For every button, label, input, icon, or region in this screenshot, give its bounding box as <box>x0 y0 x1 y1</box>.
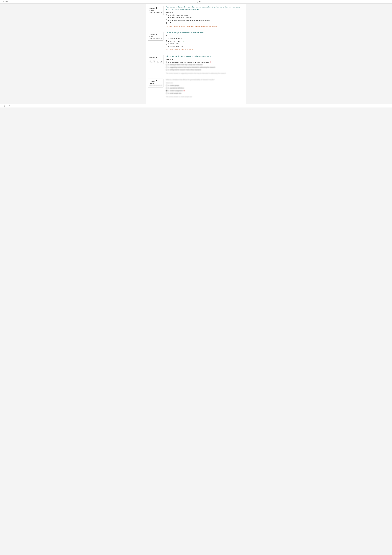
option-radio-q6-b[interactable] <box>166 64 167 66</box>
question-block-q7: Question 7IncorrectMark 0.00 out of 6.25… <box>148 79 244 98</box>
option-text-q6-d: d. writing that the research meets ethic… <box>168 69 201 71</box>
option-radio-q7-a[interactable] <box>166 85 167 86</box>
option-text-q4-a: a. smoking causes lung cancer <box>168 14 188 16</box>
option-text-q5-c: c. between 0 and +1 <box>168 43 181 44</box>
question-block-q6: Question 6IncorrectMark 0.00 out of 6.25… <box>148 55 244 74</box>
question-number-label-q6: Question 6 <box>150 56 162 59</box>
option-text-q6-a: a. conducting his or her own research in… <box>168 61 209 63</box>
option-radio-q4-b[interactable] <box>166 17 167 18</box>
option-text-q7-c: c. random assignment <box>168 90 183 92</box>
question-content-q7: What is a limitation that affects the ge… <box>166 79 244 98</box>
question-sidebar-q6: Question 6IncorrectMark 0.00 out of 6.25 <box>148 55 164 64</box>
option-item-q7-d[interactable]: d. small sample size <box>166 92 244 94</box>
option-radio-q5-b[interactable] <box>166 40 167 42</box>
option-item-q4-b[interactable]: b. smoking contributes to lung cancer <box>166 17 244 18</box>
question-number-label-q7: Question 7 <box>150 80 162 82</box>
question-sidebar-q5: Question 5CorrectMark 6.25 out of 6.25 <box>148 32 164 41</box>
option-text-q6-c: c. suggesting revisions that may be inte… <box>168 66 215 68</box>
question-status-q4: Correct <box>150 10 162 12</box>
correct-answer-notice-q6: The correct answer is: suggesting revisi… <box>166 73 244 74</box>
options-list-q6: a. conducting his or her own research in… <box>166 61 244 71</box>
correct-check-icon: ✔ <box>207 22 208 24</box>
question-mark-q6: Mark 0.00 out of 6.25 <box>150 61 162 63</box>
option-item-q7-b[interactable]: b. operational definitions <box>166 87 244 89</box>
footer-left[interactable]: ◄ Question 3 <box>2 105 10 107</box>
question-number-label-q5: Question 5 <box>150 33 162 35</box>
option-radio-q7-c[interactable] <box>166 90 167 91</box>
select-label-q5: Select one: <box>166 35 244 37</box>
option-radio-q7-b[interactable] <box>166 87 167 89</box>
page-header: 7/26/2019 Quiz 1 <box>0 0 392 4</box>
option-radio-q4-a[interactable] <box>166 14 167 16</box>
option-item-q4-c[interactable]: c. there is a predisposition toward both… <box>166 19 244 21</box>
correct-answer-notice-q4: The correct answer is: there is a relati… <box>166 25 244 27</box>
option-item-q4-a[interactable]: a. smoking causes lung cancer <box>166 14 244 16</box>
option-text-q5-d: d. between 0 and +100 <box>168 45 183 47</box>
question-status-q5: Correct <box>150 36 162 37</box>
page-title: Quiz 1 <box>8 1 390 3</box>
question-content-q6: What is one task that a peer reviewer is… <box>166 55 244 74</box>
question-status-q6: Incorrect <box>150 59 162 61</box>
option-text-q5-b: b. between −1 and +1 <box>168 40 182 42</box>
question-text-q4: Research shows that people who smoke cig… <box>166 6 244 10</box>
question-mark-q4: Mark 6.25 out of 6.25 <box>150 12 162 14</box>
question-number-label-q4: Question 4 <box>150 7 162 9</box>
question-block-q4: Question 4CorrectMark 6.25 out of 6.25Re… <box>148 6 244 27</box>
option-radio-q6-d[interactable] <box>166 69 167 71</box>
options-list-q7: a. control groupsb. operational definiti… <box>166 85 244 94</box>
option-item-q6-d[interactable]: d. writing that the research meets ethic… <box>166 69 244 71</box>
option-radio-q4-d[interactable] <box>166 22 167 24</box>
question-text-q7: What is a limitation that affects the ge… <box>166 79 244 81</box>
option-radio-q5-d[interactable] <box>166 46 167 47</box>
header-date: 7/26/2019 <box>2 1 8 3</box>
wrong-cross-icon: ✖ <box>184 90 185 92</box>
main-container: Question 4CorrectMark 6.25 out of 6.25Re… <box>146 4 246 104</box>
option-item-q5-d[interactable]: d. between 0 and +100 <box>166 45 244 47</box>
option-item-q6-c[interactable]: c. suggesting revisions that may be inte… <box>166 66 244 68</box>
option-radio-q6-c[interactable] <box>166 66 167 68</box>
option-text-q4-c: c. there is a predisposition toward both… <box>168 19 210 21</box>
options-list-q4: a. smoking causes lung cancerb. smoking … <box>166 14 244 24</box>
question-sidebar-q7: Question 7IncorrectMark 0.00 out of 6.25 <box>148 79 164 88</box>
options-list-q5: a. between −1 and 0b. between −1 and +1 … <box>166 38 244 47</box>
select-label-q4: Select one: <box>166 12 244 13</box>
option-text-q5-a: a. between −1 and 0 <box>168 38 181 39</box>
option-item-q5-a[interactable]: a. between −1 and 0 <box>166 38 244 39</box>
option-text-q4-b: b. smoking contributes to lung cancer <box>168 17 192 18</box>
option-item-q6-b[interactable]: b. looking for flaws in the way a study … <box>166 64 244 66</box>
option-radio-q6-a[interactable] <box>166 61 167 63</box>
question-mark-q5: Mark 6.25 out of 6.25 <box>150 38 162 39</box>
option-radio-q7-d[interactable] <box>166 93 167 94</box>
question-text-q6: What is one task that a peer reviewer is… <box>166 55 244 58</box>
option-text-q4-d: d. there is a relationship between smoki… <box>168 22 206 24</box>
option-item-q6-a[interactable]: a. conducting his or her own research in… <box>166 61 244 63</box>
option-text-q7-d: d. small sample size <box>168 92 181 94</box>
correct-check-icon: ✔ <box>183 40 185 42</box>
page-footer: ◄ Question 3 ► <box>0 104 392 108</box>
select-label-q6: Select one: <box>166 58 244 60</box>
select-label-q7: Select one: <box>166 82 244 84</box>
option-text-q7-b: b. operational definitions <box>168 87 184 89</box>
option-text-q7-a: a. control groups <box>168 85 179 86</box>
question-block-q5: Question 5CorrectMark 6.25 out of 6.25Th… <box>148 32 244 51</box>
question-sidebar-q4: Question 4CorrectMark 6.25 out of 6.25 <box>148 6 164 15</box>
correct-answer-notice-q5: The correct answer is: between −1 and +1 <box>166 49 244 51</box>
question-content-q4: Research shows that people who smoke cig… <box>166 6 244 27</box>
wrong-cross-icon: ✖ <box>210 61 211 63</box>
option-radio-q5-a[interactable] <box>166 38 167 39</box>
option-radio-q5-c[interactable] <box>166 43 167 44</box>
option-item-q7-c[interactable]: c. random assignment ✖ <box>166 90 244 92</box>
question-status-q7: Incorrect <box>150 83 162 84</box>
option-text-q6-b: b. looking for flaws in the way a study … <box>168 64 202 66</box>
correct-answer-notice-q7: The correct answer is: small sample size <box>166 96 244 98</box>
option-radio-q4-c[interactable] <box>166 19 167 21</box>
question-content-q5: The possible range for a correlation coe… <box>166 32 244 51</box>
option-item-q5-b[interactable]: b. between −1 and +1 ✔ <box>166 40 244 42</box>
question-text-q5: The possible range for a correlation coe… <box>166 32 244 34</box>
question-mark-q7: Mark 0.00 out of 6.25 <box>150 85 162 86</box>
option-item-q4-d[interactable]: d. there is a relationship between smoki… <box>166 22 244 24</box>
option-item-q7-a[interactable]: a. control groups <box>166 85 244 86</box>
footer-right[interactable]: ► <box>389 105 390 107</box>
option-item-q5-c[interactable]: c. between 0 and +1 <box>166 43 244 44</box>
